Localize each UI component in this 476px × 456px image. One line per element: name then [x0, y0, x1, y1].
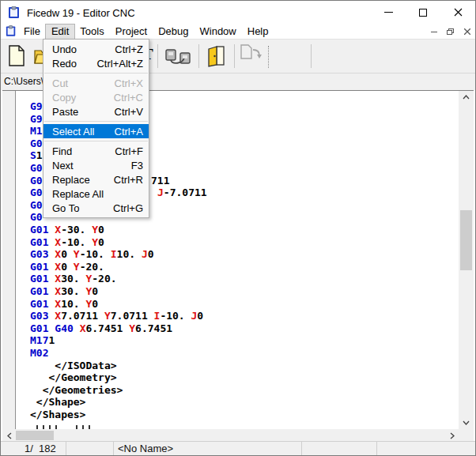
code-line: M171 [30, 334, 55, 347]
code-token: X [55, 224, 61, 236]
exit-button[interactable] [205, 45, 227, 67]
code-line: G01 X10. Y0 [30, 298, 98, 311]
menu-separator [44, 141, 148, 141]
toolbar-separator [311, 44, 312, 68]
scroll-down-button[interactable] [459, 416, 474, 429]
scroll-up-button[interactable] [459, 91, 474, 104]
menu-item-shortcut: Ctrl+V [115, 106, 149, 118]
code-line-tail: 711 [151, 175, 169, 187]
menu-item-shortcut: Ctrl+C [114, 92, 149, 104]
menubar-item-help[interactable]: Help [242, 24, 274, 39]
code-token: -20. [92, 273, 116, 285]
status-line-indicator: 1/ 182 [1, 442, 66, 455]
menu-item-select-all[interactable]: Select AllCtrl+A [43, 124, 149, 138]
code-line: G01 G40 X6.7451 Y6.7451 [30, 322, 172, 335]
mdi-minimize-button[interactable] [428, 26, 440, 37]
code-line: G01 X30. Y0 [30, 285, 98, 298]
vertical-scroll-thumb[interactable] [460, 210, 472, 270]
menu-item-shortcut: Ctrl+R [114, 174, 149, 186]
menu-item-label: Go To [43, 202, 113, 214]
maximize-button[interactable] [406, 1, 440, 24]
code-token: 7.0711 [61, 310, 104, 322]
window-title: Ficedw 19 - Editor CNC [27, 7, 135, 19]
code-token: 0 [61, 261, 74, 273]
code-token: J [157, 187, 164, 198]
toolbar-separator [234, 44, 235, 68]
app-window: Ficedw 19 - Editor CNC FileEditToolsProj… [0, 0, 476, 456]
menu-item-replace-all[interactable]: Replace All [43, 187, 149, 201]
code-line: </Geometry> [30, 371, 117, 384]
code-token: G0 [30, 211, 43, 223]
code-token: J [142, 248, 148, 260]
code-token: G03 [30, 248, 55, 260]
code-token: Y [129, 322, 135, 334]
code-line: G01 X0 Y-20. [30, 261, 104, 273]
code-token: -7.0711 [164, 187, 207, 198]
code-token: 7.0711 [111, 310, 154, 322]
menu-item-label: Redo [43, 58, 96, 70]
menu-item-shortcut: F3 [131, 160, 149, 171]
code-token: 1 [36, 149, 43, 161]
link-button[interactable] [164, 47, 192, 66]
code-token: 0 [98, 224, 104, 236]
close-button[interactable] [440, 1, 475, 24]
vertical-scrollbar[interactable] [459, 91, 474, 429]
code-token: X [55, 236, 61, 248]
horizontal-scrollbar[interactable] [2, 429, 459, 442]
code-token: G0 [30, 162, 43, 174]
code-line: </Shape> [30, 396, 85, 409]
menubar-item-file[interactable]: File [18, 24, 46, 39]
code-token: 0 [98, 236, 104, 248]
menu-item-replace[interactable]: ReplaceCtrl+R [43, 172, 149, 187]
menu-item-label: Find [43, 145, 115, 157]
code-line: G0 [30, 211, 43, 224]
code-token: M1 [30, 125, 43, 137]
code-line: G9 [30, 113, 43, 126]
code-line: G0 [30, 187, 43, 199]
horizontal-scroll-thumb[interactable] [16, 431, 54, 440]
code-line: G0 [30, 138, 43, 150]
selection-margin[interactable] [2, 91, 16, 429]
menu-item-copy: CopyCtrl+C [43, 90, 149, 104]
menubar-item-window[interactable]: Window [195, 24, 242, 39]
menu-item-undo[interactable]: UndoCtrl+Z [43, 42, 149, 56]
code-token: G03 [30, 310, 55, 322]
menu-item-next[interactable]: NextF3 [43, 158, 149, 172]
code-token: G0 [30, 199, 43, 211]
menu-item-label: Cut [43, 77, 115, 89]
code-line: M02 [30, 347, 48, 360]
code-token: -10. [80, 248, 111, 260]
menubar-item-debug[interactable]: Debug [153, 24, 194, 39]
scroll-left-button[interactable] [2, 429, 16, 442]
new-file-button[interactable] [8, 45, 25, 67]
code-token: G01 [30, 298, 55, 310]
menubar-item-tools[interactable]: Tools [74, 24, 109, 39]
menu-item-go-to[interactable]: Go ToCtrl+G [43, 201, 149, 215]
code-token: -20. [80, 261, 104, 273]
scroll-right-button[interactable] [445, 429, 459, 442]
code-token: G9 [30, 113, 43, 125]
code-token: 0 [148, 248, 154, 260]
code-token: </ISOData> [30, 360, 117, 371]
menu-separator [44, 73, 148, 73]
code-token: G01 [30, 224, 55, 236]
menubar-item-edit[interactable]: Edit [46, 24, 74, 39]
menu-item-redo[interactable]: RedoCtrl+Alt+Z [43, 56, 149, 70]
code-token: 711 [151, 175, 169, 187]
code-token: 0 [61, 248, 74, 260]
menu-item-find[interactable]: FindCtrl+F [43, 144, 149, 158]
mdi-close-button[interactable] [461, 26, 474, 37]
code-token: 6.7451 [135, 322, 172, 334]
code-token: Y [74, 261, 80, 273]
iso-convert-button[interactable] [240, 44, 263, 60]
code-token: M17 [30, 334, 48, 346]
menu-item-shortcut: Ctrl+Z [115, 43, 149, 55]
mdi-restore-button[interactable] [444, 26, 456, 37]
chevron-right-icon [450, 432, 455, 439]
code-token: </Geometries> [30, 384, 123, 396]
menu-item-label: Select All [43, 126, 115, 138]
menu-item-paste[interactable]: PasteCtrl+V [43, 104, 149, 119]
menubar-item-project[interactable]: Project [110, 24, 153, 39]
menu-item-label: Copy [43, 92, 114, 104]
minimize-button[interactable] [371, 1, 406, 24]
